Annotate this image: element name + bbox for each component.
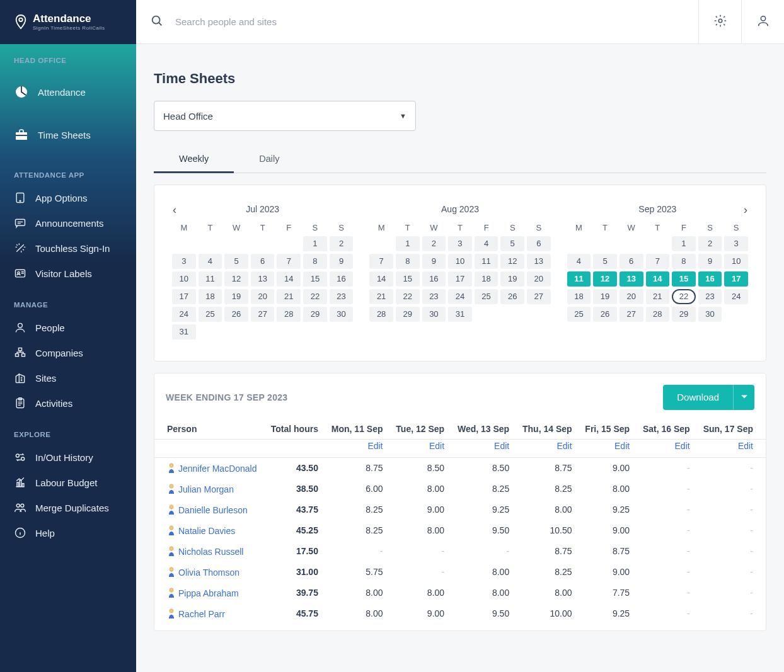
sidebar-item-appoptions[interactable]: App Options <box>0 185 136 210</box>
calendar-day[interactable]: 5 <box>593 254 617 269</box>
calendar-day[interactable]: 10 <box>448 254 472 269</box>
calendar-day[interactable]: 24 <box>724 289 748 304</box>
calendar-day[interactable]: 9 <box>330 254 354 269</box>
edit-day-link[interactable]: Edit <box>556 441 572 451</box>
sidebar-item-timesheets[interactable]: Time Sheets <box>0 113 136 156</box>
calendar-day[interactable]: 16 <box>422 271 446 287</box>
calendar-day[interactable]: 23 <box>698 289 722 304</box>
search-input[interactable] <box>174 16 698 28</box>
calendar-day[interactable]: 21 <box>646 289 670 304</box>
calendar-day[interactable]: 17 <box>172 289 196 304</box>
calendar-day[interactable]: 6 <box>251 254 275 269</box>
calendar-day[interactable]: 8 <box>672 254 696 269</box>
calendar-day[interactable]: 5 <box>500 236 524 251</box>
sidebar-item-people[interactable]: People <box>0 315 136 340</box>
calendar-day[interactable]: 14 <box>646 271 670 287</box>
calendar-day[interactable]: 4 <box>475 236 499 251</box>
calendar-day[interactable]: 26 <box>593 307 617 322</box>
tab-weekly[interactable]: Weekly <box>154 147 234 173</box>
calendar-day[interactable]: 23 <box>330 289 354 304</box>
calendar-next-button[interactable]: › <box>738 203 753 218</box>
calendar-day[interactable]: 25 <box>567 307 591 322</box>
calendar-day[interactable]: 27 <box>527 289 551 304</box>
calendar-day[interactable]: 6 <box>620 254 643 269</box>
download-button[interactable]: Download <box>663 385 754 410</box>
calendar-day[interactable]: 13 <box>251 271 275 287</box>
edit-day-link[interactable]: Edit <box>429 441 444 451</box>
calendar-day[interactable]: 12 <box>224 271 248 287</box>
calendar-day[interactable]: 18 <box>475 271 499 287</box>
calendar-day[interactable]: 8 <box>303 254 327 269</box>
edit-day-link[interactable]: Edit <box>367 441 383 451</box>
calendar-day[interactable]: 12 <box>500 254 524 269</box>
calendar-day[interactable]: 29 <box>396 307 420 322</box>
calendar-day[interactable]: 13 <box>527 254 551 269</box>
calendar-prev-button[interactable]: ‹ <box>167 203 182 218</box>
calendar-day[interactable]: 7 <box>646 254 670 269</box>
calendar-day[interactable]: 11 <box>475 254 499 269</box>
calendar-day[interactable]: 18 <box>567 289 591 304</box>
person-cell[interactable]: Jennifer MacDonald <box>154 457 264 479</box>
calendar-day[interactable]: 1 <box>396 236 420 251</box>
edit-day-link[interactable]: Edit <box>675 441 690 451</box>
calendar-day[interactable]: 14 <box>277 271 301 287</box>
person-cell[interactable]: Natalie Davies <box>154 520 264 541</box>
sidebar-item-sites[interactable]: Sites <box>0 365 136 390</box>
calendar-day[interactable]: 19 <box>224 289 248 304</box>
calendar-day[interactable]: 15 <box>396 271 420 287</box>
sidebar-item-inout[interactable]: In/Out History <box>0 445 136 470</box>
person-cell[interactable]: Danielle Burleson <box>154 499 264 520</box>
calendar-day[interactable]: 9 <box>698 254 722 269</box>
calendar-day[interactable]: 28 <box>277 307 301 322</box>
tab-daily[interactable]: Daily <box>234 147 304 173</box>
calendar-day[interactable]: 22 <box>672 289 696 304</box>
calendar-day[interactable]: 2 <box>330 236 354 251</box>
calendar-day[interactable]: 28 <box>646 307 670 322</box>
calendar-day[interactable]: 19 <box>500 271 524 287</box>
sidebar-item-companies[interactable]: Companies <box>0 340 136 365</box>
calendar-day[interactable]: 10 <box>724 254 748 269</box>
sidebar-item-attendance[interactable]: Attendance <box>0 71 136 113</box>
calendar-day[interactable]: 28 <box>369 307 393 322</box>
calendar-day[interactable]: 13 <box>620 271 643 287</box>
edit-day-link[interactable]: Edit <box>738 441 753 451</box>
calendar-day[interactable]: 20 <box>251 289 275 304</box>
calendar-day[interactable]: 1 <box>672 236 696 251</box>
person-cell[interactable]: Olivia Thomson <box>154 562 264 583</box>
person-cell[interactable]: Julian Morgan <box>154 479 264 499</box>
sidebar-item-merge[interactable]: Merge Duplicates <box>0 495 136 520</box>
settings-button[interactable] <box>698 0 741 43</box>
calendar-day[interactable]: 9 <box>422 254 446 269</box>
calendar-day[interactable]: 2 <box>698 236 722 251</box>
sidebar-item-touchless[interactable]: Touchless Sign-In <box>0 236 136 261</box>
calendar-day[interactable]: 24 <box>448 289 472 304</box>
calendar-day[interactable]: 1 <box>303 236 327 251</box>
profile-button[interactable] <box>741 0 784 43</box>
calendar-day[interactable]: 10 <box>172 271 196 287</box>
calendar-day[interactable]: 27 <box>251 307 275 322</box>
calendar-day[interactable]: 27 <box>620 307 643 322</box>
sidebar-item-budget[interactable]: Labour Budget <box>0 470 136 495</box>
calendar-day[interactable]: 7 <box>277 254 301 269</box>
calendar-day[interactable]: 19 <box>593 289 617 304</box>
calendar-day[interactable]: 16 <box>330 271 354 287</box>
calendar-day[interactable]: 21 <box>277 289 301 304</box>
calendar-day[interactable]: 22 <box>303 289 327 304</box>
calendar-day[interactable]: 14 <box>369 271 393 287</box>
calendar-day[interactable]: 4 <box>567 254 591 269</box>
download-dropdown[interactable] <box>733 385 754 410</box>
calendar-day[interactable]: 17 <box>448 271 472 287</box>
calendar-day[interactable]: 25 <box>475 289 499 304</box>
calendar-day[interactable]: 8 <box>396 254 420 269</box>
calendar-day[interactable]: 30 <box>698 307 722 322</box>
sidebar-item-visitorlabels[interactable]: Visitor Labels <box>0 261 136 286</box>
calendar-day[interactable]: 30 <box>422 307 446 322</box>
calendar-day[interactable]: 29 <box>672 307 696 322</box>
calendar-day[interactable]: 21 <box>369 289 393 304</box>
calendar-day[interactable]: 2 <box>422 236 446 251</box>
calendar-day[interactable]: 3 <box>448 236 472 251</box>
calendar-day[interactable]: 24 <box>172 307 196 322</box>
calendar-day[interactable]: 17 <box>724 271 748 287</box>
calendar-day[interactable]: 22 <box>396 289 420 304</box>
sidebar-item-announcements[interactable]: Announcements <box>0 210 136 236</box>
